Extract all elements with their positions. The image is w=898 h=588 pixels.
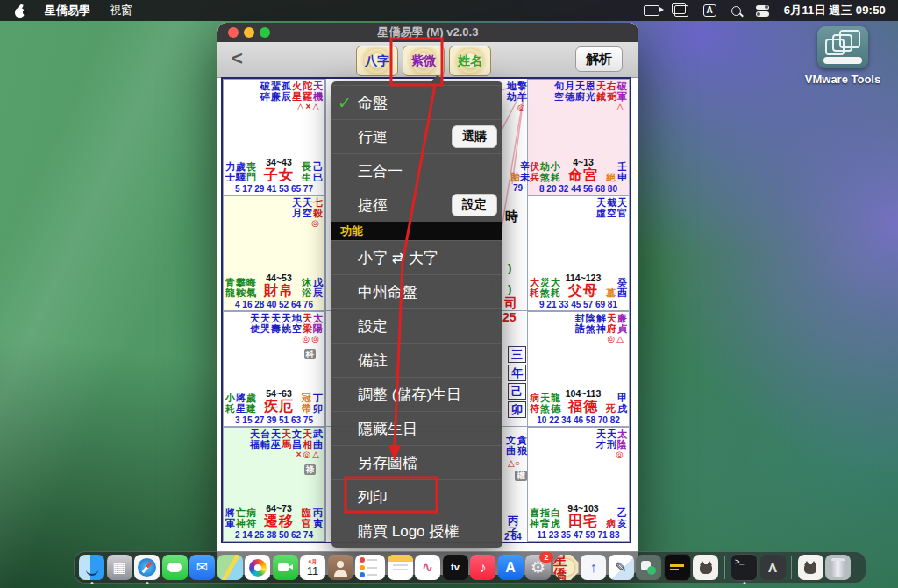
dock-icon-tv[interactable]: tv <box>443 555 468 580</box>
dock-icon-pen-app[interactable]: ✎ <box>609 555 634 580</box>
ganzhi: 壬申 <box>617 162 627 182</box>
menu-side-button-選購[interactable]: 選購 <box>452 125 497 148</box>
palace-cell-遷移[interactable]: 天福台輔天巫天馬文昌天相武曲×◎△祿將軍亡神病符64~73遷移臨官丙寅2 14 … <box>223 427 325 542</box>
notification-badge: 2 <box>539 552 553 563</box>
search-icon[interactable] <box>731 6 741 16</box>
dock-separator <box>791 556 792 579</box>
fragment-symbol: △○ <box>508 458 520 468</box>
palace-cell-福德[interactable]: 封誥陰煞解神天府廉貞◎△病符天煞龍德104~113福德死甲戌10 22 34 4… <box>527 311 630 427</box>
minimize-button[interactable] <box>244 27 254 38</box>
chart-fragment-star: 擎羊 <box>517 81 527 102</box>
dock-icon-photos[interactable] <box>245 555 270 580</box>
dock-icon-cat-face-app-2[interactable] <box>798 555 823 580</box>
palace-cell-財帛[interactable]: 天月天空七殺◎青龍攀鞍晦氣44~53財帛沐浴戊辰4 16 28 40 52 64… <box>223 195 325 311</box>
age-range: 104~113 <box>566 389 602 399</box>
palace-cell-子女[interactable]: 破碎蜚廉孤辰火星陀羅天機△×△力士歲驛喪門34~43子女長生己巳5 17 29 … <box>223 79 325 195</box>
close-button[interactable] <box>228 27 239 38</box>
apple-icon[interactable] <box>14 4 25 18</box>
menubar-app-title[interactable]: 星僑易學 <box>45 3 90 18</box>
control-center-icon[interactable] <box>756 5 769 17</box>
menu-item-小字 ⇄ 大字[interactable]: 小字 ⇄ 大字 <box>331 240 502 274</box>
dock-icon-app-store[interactable]: A <box>498 555 524 580</box>
ganzhi: 戊辰 <box>313 278 323 298</box>
palace-name: 遷移 <box>264 514 294 528</box>
menu-item-三合一[interactable]: 三合一 <box>331 153 502 188</box>
life-stage: 絕 <box>606 173 616 183</box>
fragment-pillar-box: 年 <box>508 365 526 381</box>
dock-icon-notes[interactable] <box>388 555 413 580</box>
dock-icon-system-settings[interactable]: ⚙2 <box>525 555 551 580</box>
menu-item-label: 購買 Logo 授權 <box>358 521 459 542</box>
age-range: 94~103 <box>567 504 598 514</box>
desktop-icon-vmware[interactable]: VMware Tools <box>803 26 882 86</box>
analyze-button[interactable]: 解析 <box>575 46 623 72</box>
dock-icon-launchpad[interactable]: ▦ <box>107 555 132 580</box>
palace-stars: 破碎蜚廉孤辰火星陀羅天機 <box>224 80 324 102</box>
dock-icon-messages[interactable] <box>162 555 188 580</box>
palace-cell-父母[interactable]: 天虛截空天官大耗災煞大耗114~123父母墓癸酉9 21 33 45 57 69… <box>527 195 630 311</box>
star-brightness-symbols: ◎ <box>224 218 324 228</box>
input-source-icon[interactable]: A <box>703 4 716 17</box>
menu-bar: 星僑易學 視窗 A 6月11日 週三 09:50 <box>0 0 898 21</box>
menu-item-命盤[interactable]: ✓命盤 <box>331 85 502 119</box>
menu-item-備註[interactable]: 備註 <box>331 343 502 377</box>
menu-item-購買 Logo 授權[interactable]: 購買 Logo 授權 <box>331 514 502 548</box>
menu-item-label: 列印 <box>358 487 388 507</box>
dock-icon-easel-app[interactable]: Λ <box>760 555 786 580</box>
life-stage: 沐浴 <box>302 278 311 298</box>
dock-icon-trash[interactable] <box>825 555 851 580</box>
palace-cell-田宅[interactable]: 天才天刑太陰◎喜神指背白虎94~103田宅病乙亥11 23 35 47 59 7… <box>527 427 630 542</box>
menu-item-設定[interactable]: 設定 <box>331 308 502 343</box>
menubar-item-window[interactable]: 視窗 <box>110 3 132 18</box>
menu-side-button-設定[interactable]: 設定 <box>452 194 497 216</box>
dock-icon-facetime[interactable] <box>273 555 298 580</box>
menu-item-列印[interactable]: 列印 <box>331 479 502 514</box>
menu-item-行運[interactable]: 行運選購 <box>331 119 502 153</box>
dock-icon-calendar[interactable]: 6月11 <box>300 555 325 580</box>
dock-icon-warning-app[interactable] <box>664 554 691 581</box>
window-titlebar[interactable]: 星僑易學 (M) v2.0.3 <box>217 23 638 42</box>
dock-icon-freeform[interactable]: ∿ <box>415 555 440 580</box>
menu-item-另存圖檔[interactable]: 另存圖檔 <box>331 445 502 479</box>
menu-section-header: 功能 <box>331 222 502 240</box>
palace-cell-疾厄[interactable]: 天使天哭天壽天姚地空天梁太陽◎◎科小耗將星歲建54~63疾厄冠帶丁卯3 15 2… <box>223 311 325 427</box>
menu-item-label: 調整 (儲存)生日 <box>358 385 461 405</box>
life-stage: 臨官 <box>302 508 311 528</box>
dock-icon-mail[interactable]: ✉ <box>189 555 215 580</box>
year-numbers: 4 16 28 40 52 64 76 <box>225 300 323 309</box>
back-button[interactable]: < <box>232 47 243 70</box>
menu-item-調整 (儲存)生日[interactable]: 調整 (儲存)生日 <box>331 377 502 411</box>
age-range: 4~13 <box>573 158 594 167</box>
menubar-clock[interactable]: 6月11日 週三 09:50 <box>784 3 886 18</box>
fragment-pillar-box: 卯 <box>508 401 526 418</box>
tab-xingming[interactable]: 姓名 <box>449 46 491 76</box>
dock-icon-finder[interactable] <box>79 555 104 580</box>
dock-separator <box>724 556 725 579</box>
year-numbers: 9 21 33 45 57 69 81 <box>530 300 627 309</box>
dock-icon-xingqiao-app[interactable]: 星僑 <box>553 555 579 580</box>
running-indicator <box>90 582 93 584</box>
video-icon[interactable] <box>644 5 659 16</box>
dock-icon-maps[interactable] <box>217 555 243 580</box>
dock-icon-safari[interactable] <box>134 555 160 580</box>
star-brightness-symbols: ◎◎ <box>224 334 324 344</box>
screen-mirroring-icon[interactable] <box>674 5 688 17</box>
menu-item-中州命盤[interactable]: 中州命盤 <box>331 274 502 308</box>
dock-icon-terminal[interactable]: >_ <box>731 554 758 581</box>
dock-icon-music[interactable]: ♪ <box>470 555 495 580</box>
sihua-badge: 權 <box>515 471 527 481</box>
dock-icon-shapes-app[interactable] <box>636 555 661 580</box>
dock-icon-reminders[interactable] <box>355 555 385 580</box>
year-numbers: 10 22 34 46 58 70 82 <box>530 415 627 425</box>
tab-ziwei[interactable]: 紫微 <box>403 46 445 76</box>
dock-icon-contacts[interactable] <box>328 555 353 580</box>
palace-gods: 喜神指背白虎 <box>530 508 560 528</box>
menu-item-捷徑[interactable]: 捷徑設定 <box>331 188 502 222</box>
dock-icon-uploader-app[interactable]: ↑ <box>581 555 606 580</box>
tab-bazi[interactable]: 八字 <box>356 46 398 76</box>
dock-icon-cat-face-app[interactable] <box>693 555 718 580</box>
fragment-symbol: ◎ <box>517 103 525 112</box>
menu-item-隱藏生日[interactable]: 隱藏生日 <box>331 411 502 445</box>
palace-cell-命宮[interactable]: 旬空月德天廚恩光天鉞右弼破軍△伏兵劫煞小耗4~13命宮絕壬申8 20 32 44… <box>527 79 630 195</box>
zoom-button[interactable] <box>260 27 270 38</box>
